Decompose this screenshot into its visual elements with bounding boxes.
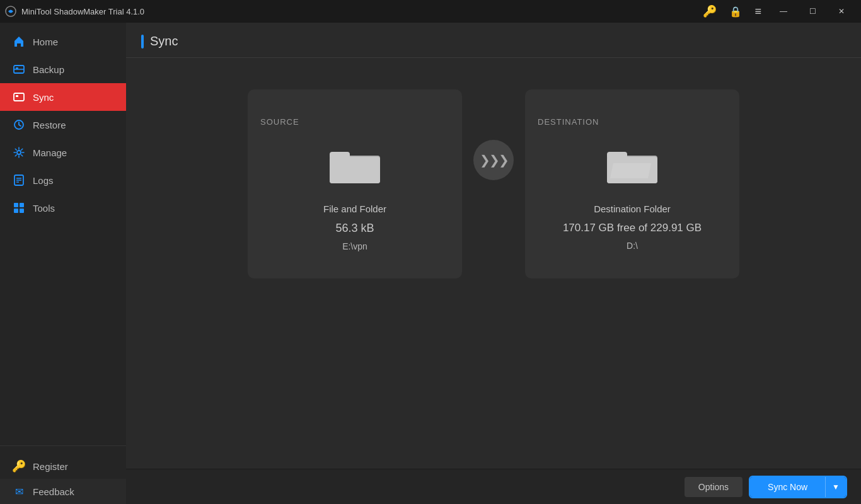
svg-point-7	[17, 151, 21, 154]
minimize-button[interactable]: —	[769, 0, 798, 23]
arrow-circle: ❯❯❯	[473, 140, 514, 180]
content-area: Sync SOURCE File and Folder 56.3 kB E:\v…	[126, 23, 861, 504]
sync-now-button[interactable]: Sync Now	[750, 477, 825, 497]
sidebar-item-logs[interactable]: Logs	[0, 166, 126, 194]
destination-folder-label: Destination Folder	[594, 203, 671, 214]
title-bar: MiniTool ShadowMaker Trial 4.1.0 🔑 🔒 ≡ —…	[0, 0, 861, 23]
sidebar-label-manage: Manage	[33, 147, 67, 158]
title-bar-icons: 🔑 🔒 ≡	[700, 3, 764, 20]
sync-arrow: ❯❯❯	[462, 140, 525, 180]
destination-path: D:\	[627, 241, 638, 251]
logs-icon	[13, 174, 25, 186]
sidebar-nav: Home Backup	[0, 23, 126, 445]
source-folder-icon	[330, 146, 380, 188]
sync-icon	[13, 91, 25, 103]
sync-now-wrap: Sync Now ▼	[750, 477, 846, 497]
backup-icon	[13, 63, 25, 76]
sidebar-item-restore[interactable]: Restore	[0, 111, 126, 139]
close-button[interactable]: ✕	[827, 0, 856, 23]
maximize-button[interactable]: ☐	[798, 0, 827, 23]
sidebar-item-feedback[interactable]: ✉ Feedback	[0, 479, 126, 504]
app-body: Home Backup	[0, 23, 861, 504]
sidebar-label-logs: Logs	[33, 175, 54, 186]
svg-rect-4	[14, 93, 24, 101]
tools-icon	[13, 202, 25, 214]
home-icon	[13, 35, 25, 48]
svg-rect-13	[20, 203, 24, 207]
bottom-bar: Options Sync Now ▼	[126, 469, 861, 504]
title-accent-bar	[141, 35, 144, 49]
key-icon-sidebar: 🔑	[13, 460, 25, 472]
sidebar: Home Backup	[0, 23, 126, 504]
sidebar-label-register: Register	[33, 461, 68, 472]
svg-rect-18	[330, 157, 380, 183]
sidebar-bottom: 🔑 Register ✉ Feedback	[0, 445, 126, 504]
svg-rect-12	[14, 203, 18, 207]
sidebar-label-restore: Restore	[33, 120, 66, 130]
window-controls: — ☐ ✕	[769, 0, 856, 23]
sidebar-item-home[interactable]: Home	[0, 28, 126, 55]
sync-area: SOURCE File and Folder 56.3 kB E:\vpn ❯❯…	[126, 58, 861, 469]
source-path: E:\vpn	[342, 241, 367, 251]
sidebar-label-feedback: Feedback	[33, 486, 74, 497]
app-logo	[5, 6, 16, 17]
email-icon: ✉	[13, 485, 25, 498]
sidebar-label-home: Home	[33, 37, 58, 47]
sidebar-label-sync: Sync	[33, 92, 54, 103]
content-header: Sync	[126, 23, 861, 58]
lock-icon[interactable]: 🔒	[727, 4, 744, 19]
svg-rect-14	[14, 209, 18, 213]
options-button[interactable]: Options	[685, 477, 743, 497]
svg-rect-5	[16, 95, 18, 97]
sidebar-item-register[interactable]: 🔑 Register	[0, 454, 126, 479]
sidebar-item-tools[interactable]: Tools	[0, 194, 126, 222]
restore-icon	[13, 118, 25, 131]
key-icon[interactable]: 🔑	[700, 3, 719, 20]
source-card[interactable]: SOURCE File and Folder 56.3 kB E:\vpn	[248, 89, 462, 278]
page-title: Sync	[150, 34, 178, 49]
destination-card[interactable]: DESTINATION Destination Folder 170.17 GB…	[525, 89, 739, 278]
source-size: 56.3 kB	[335, 222, 374, 235]
destination-folder-icon	[607, 146, 657, 188]
sync-now-dropdown-button[interactable]: ▼	[825, 477, 846, 497]
sidebar-item-sync[interactable]: Sync	[0, 83, 126, 111]
source-label: SOURCE	[260, 117, 299, 127]
svg-rect-15	[20, 209, 24, 213]
sidebar-label-backup: Backup	[33, 64, 64, 75]
destination-free-space: 170.17 GB free of 229.91 GB	[563, 222, 702, 234]
app-title: MiniTool ShadowMaker Trial 4.1.0	[21, 7, 700, 16]
destination-label: DESTINATION	[538, 117, 599, 127]
sidebar-item-backup[interactable]: Backup	[0, 55, 126, 83]
source-type: File and Folder	[323, 203, 386, 214]
sidebar-label-tools: Tools	[33, 203, 55, 214]
menu-icon[interactable]: ≡	[752, 4, 764, 20]
sidebar-item-manage[interactable]: Manage	[0, 139, 126, 166]
arrow-symbol: ❯❯❯	[480, 152, 508, 168]
manage-icon	[13, 146, 25, 159]
